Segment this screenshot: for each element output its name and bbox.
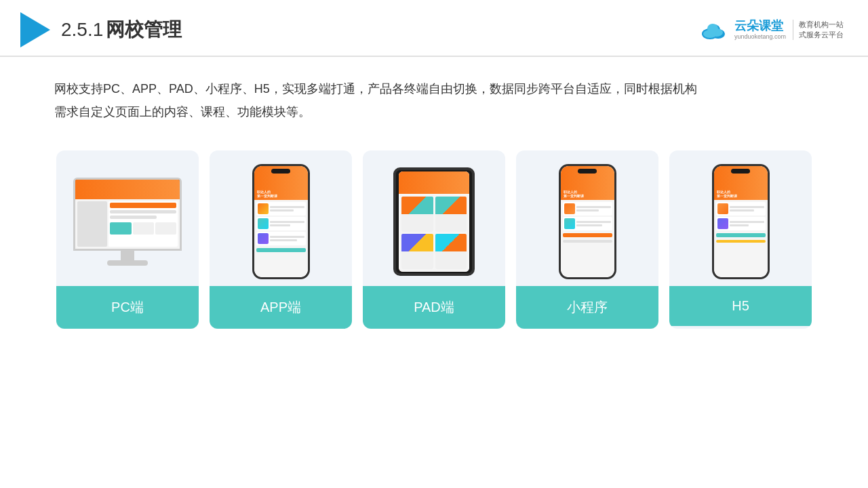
device-card-miniprogram: 职达人的第一堂判断课	[516, 150, 658, 329]
brand-url: yunduoketang.com	[734, 33, 786, 41]
brand-logo: 云朵课堂 yunduoketang.com 教育机构一站式服务云平台	[698, 19, 844, 41]
monitor-base	[107, 260, 148, 266]
logo-triangle	[20, 12, 50, 47]
monitor-stand	[121, 251, 134, 260]
h5-image-area: 职达人的第一堂判断课	[669, 150, 812, 286]
tablet-home-button	[429, 273, 439, 276]
pad-image-area	[363, 150, 505, 286]
page-title: 2.5.1网校管理	[61, 17, 182, 43]
pad-label: PAD端	[363, 286, 505, 329]
pad-tablet-screen	[399, 171, 469, 272]
h5-label: H5	[669, 286, 812, 326]
phone-notch-3	[731, 169, 750, 174]
h5-phone-screen: 职达人的第一堂判断课	[714, 166, 768, 277]
miniprogram-image-area: 职达人的第一堂判断课	[516, 150, 658, 286]
device-card-app: 职达人的第一堂判断课	[210, 150, 352, 329]
cloud-icon	[698, 19, 730, 41]
app-phone: 职达人的第一堂判断课	[252, 164, 310, 279]
brand-name: 云朵课堂	[734, 19, 783, 34]
device-cards-container: PC端 职达人的第一堂判断课	[0, 130, 868, 349]
brand-text: 云朵课堂 yunduoketang.com	[734, 19, 786, 41]
svg-point-5	[707, 24, 718, 33]
page-title-number: 2.5.1	[61, 19, 103, 40]
device-card-h5: 职达人的第一堂判断课	[669, 150, 812, 329]
h5-phone: 职达人的第一堂判断课	[712, 164, 770, 279]
description-text: 网校支持PC、APP、PAD、小程序、H5，实现多端打通，产品各终端自由切换，数…	[0, 57, 868, 130]
pc-label: PC端	[56, 286, 199, 329]
app-image-area: 职达人的第一堂判断课	[210, 150, 352, 286]
header-left: 2.5.1网校管理	[20, 12, 182, 47]
miniprogram-phone: 职达人的第一堂判断课	[559, 164, 616, 279]
pc-image-area	[56, 150, 199, 286]
app-phone-screen: 职达人的第一堂判断课	[254, 166, 308, 277]
header-right: 云朵课堂 yunduoketang.com 教育机构一站式服务云平台	[698, 19, 844, 41]
miniprogram-phone-screen: 职达人的第一堂判断课	[561, 166, 614, 277]
brand-slogan: 教育机构一站式服务云平台	[793, 20, 844, 41]
phone-notch	[271, 169, 290, 174]
app-label: APP端	[210, 286, 352, 329]
pad-tablet	[393, 167, 475, 276]
miniprogram-label: 小程序	[516, 286, 658, 329]
phone-notch-2	[578, 169, 597, 174]
device-card-pc: PC端	[56, 150, 199, 329]
pc-monitor	[73, 178, 182, 266]
monitor-screen	[73, 178, 182, 251]
page-header: 2.5.1网校管理 云朵课堂 yunduoketang.com 教育机构一站式服…	[0, 0, 868, 57]
device-card-pad: PAD端	[363, 150, 505, 329]
page-title-text: 网校管理	[106, 19, 182, 40]
